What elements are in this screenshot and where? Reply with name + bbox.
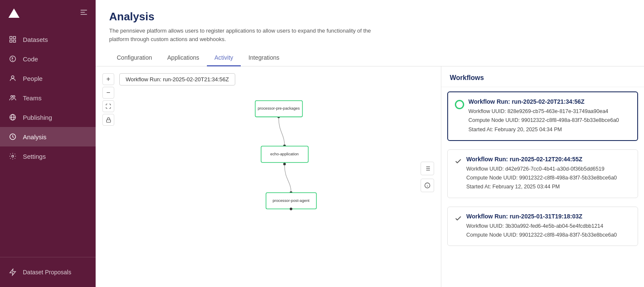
- page-title: Analysis: [109, 10, 630, 23]
- svg-point-9: [13, 60, 13, 61]
- workflow-status-done-icon: [454, 157, 462, 165]
- workflow-card-uuid-1: Workflow UUID: 828e9269-cb75-463e-817e-3…: [468, 107, 619, 116]
- svg-rect-7: [14, 40, 16, 42]
- tabs: Configuration Applications Activity Inte…: [109, 50, 630, 66]
- sidebar-item-datasets[interactable]: Datasets: [0, 30, 96, 49]
- content-area: + − Workflow Run: run-2025-02-20T21:34:5…: [96, 66, 644, 287]
- collapse-sidebar-button[interactable]: [80, 8, 88, 19]
- workflow-card-uuid-2: Workflow UUID: d42e9726-7cc0-4b41-a30d-0…: [466, 165, 617, 174]
- workflow-card-title-3: Workflow Run: run-2025-01-31T19:18:03Z: [466, 213, 617, 220]
- tab-applications[interactable]: Applications: [160, 50, 207, 66]
- sidebar: Datasets Code People Teams: [0, 0, 96, 287]
- workflow-diagram: processor-pre-packages echo-application …: [96, 66, 441, 287]
- workflows-panel: Workflows Workflow Run: run-2025-02-20T2…: [441, 66, 644, 287]
- sidebar-bottom: Dataset Proposals: [0, 257, 96, 287]
- sidebar-bottom-label: Dataset Proposals: [23, 269, 71, 276]
- tab-activity[interactable]: Activity: [207, 50, 241, 66]
- workflow-card-3[interactable]: Workflow Run: run-2025-01-31T19:18:03Z W…: [447, 207, 638, 246]
- main-content: Analysis The pennsieve platform allows u…: [96, 0, 644, 287]
- tab-configuration[interactable]: Configuration: [109, 50, 160, 66]
- page-header: Analysis The pennsieve platform allows u…: [96, 0, 644, 66]
- gear-icon: [8, 152, 17, 160]
- teams-icon: [8, 94, 17, 102]
- svg-text:echo-application: echo-application: [270, 152, 299, 156]
- fit-view-button[interactable]: [102, 100, 114, 112]
- sidebar-item-label: Publishing: [23, 114, 52, 121]
- svg-point-39: [290, 208, 292, 210]
- svg-point-10: [11, 76, 14, 78]
- svg-rect-4: [10, 36, 12, 39]
- workflow-card-title-2: Workflow Run: run-2025-02-12T20:44:55Z: [466, 156, 617, 163]
- zoom-out-button[interactable]: −: [102, 87, 114, 99]
- workflow-canvas: + − Workflow Run: run-2025-02-20T21:34:5…: [96, 66, 441, 287]
- globe-icon: [8, 113, 17, 121]
- sidebar-item-label: Code: [23, 55, 38, 63]
- svg-rect-5: [14, 36, 16, 39]
- workflow-card-2[interactable]: Workflow Run: run-2025-02-12T20:44:55Z W…: [447, 149, 638, 198]
- svg-marker-18: [10, 269, 16, 276]
- workflow-card-started-2: Started At: February 12, 2025 03:44 PM: [466, 182, 617, 191]
- sidebar-item-label: Settings: [23, 153, 46, 160]
- svg-rect-6: [10, 40, 12, 42]
- analysis-icon: [8, 132, 17, 141]
- sidebar-item-publishing[interactable]: Publishing: [0, 108, 96, 127]
- svg-text:processor-post-agent: processor-post-agent: [272, 199, 310, 203]
- workflow-card-1[interactable]: Workflow Run: run-2025-02-20T21:34:56Z W…: [447, 91, 638, 141]
- sidebar-nav: Datasets Code People Teams: [0, 26, 96, 257]
- grid-icon: [8, 35, 17, 44]
- svg-point-17: [12, 155, 14, 157]
- workflow-status-running-icon: [455, 100, 464, 109]
- workflow-card-compute-2: Compute Node UUID: 99012322-c8f8-498a-83…: [466, 174, 617, 182]
- sidebar-item-people[interactable]: People: [0, 69, 96, 88]
- sidebar-item-label: Teams: [23, 94, 41, 102]
- person-icon: [8, 74, 17, 83]
- workflows-panel-title: Workflows: [441, 66, 644, 87]
- app-logo: [8, 7, 20, 19]
- svg-point-11: [11, 96, 13, 98]
- svg-text:processor-pre-packages: processor-pre-packages: [258, 106, 300, 110]
- canvas-toolbar: + −: [102, 73, 114, 126]
- tab-integrations[interactable]: Integrations: [241, 50, 287, 66]
- workflow-card-compute-3: Compute Node UUID: 99012322-c8f8-498a-83…: [466, 231, 617, 240]
- sidebar-item-label: People: [23, 75, 43, 82]
- workflow-status-done-icon-2: [454, 215, 462, 222]
- code-icon: [8, 55, 17, 63]
- svg-marker-0: [8, 8, 19, 18]
- sidebar-item-settings[interactable]: Settings: [0, 146, 96, 166]
- svg-point-31: [283, 163, 286, 165]
- page-description: The pennsieve platform allows users to r…: [109, 27, 372, 43]
- sidebar-header: [0, 0, 96, 26]
- workflow-card-uuid-3: Workflow UUID: 3b30a992-fed6-4e5b-ab04-5…: [466, 222, 617, 231]
- sidebar-item-label: Analysis: [23, 133, 47, 141]
- sidebar-item-analysis[interactable]: Analysis: [0, 127, 96, 146]
- proposals-icon: [8, 268, 17, 276]
- workflow-card-title-1: Workflow Run: run-2025-02-20T21:34:56Z: [468, 98, 619, 105]
- sidebar-item-label: Datasets: [23, 36, 48, 43]
- workflow-card-started-1: Started At: February 20, 2025 04:34 PM: [468, 125, 619, 134]
- sidebar-item-dataset-proposals[interactable]: Dataset Proposals: [0, 262, 96, 282]
- lock-button[interactable]: [102, 114, 114, 126]
- sidebar-item-teams[interactable]: Teams: [0, 88, 96, 108]
- svg-rect-19: [106, 119, 110, 122]
- sidebar-item-code[interactable]: Code: [0, 49, 96, 69]
- svg-point-12: [13, 96, 15, 98]
- workflow-card-compute-1: Compute Node UUID: 99012322-c8f8-498a-83…: [468, 116, 619, 125]
- zoom-in-button[interactable]: +: [102, 73, 114, 85]
